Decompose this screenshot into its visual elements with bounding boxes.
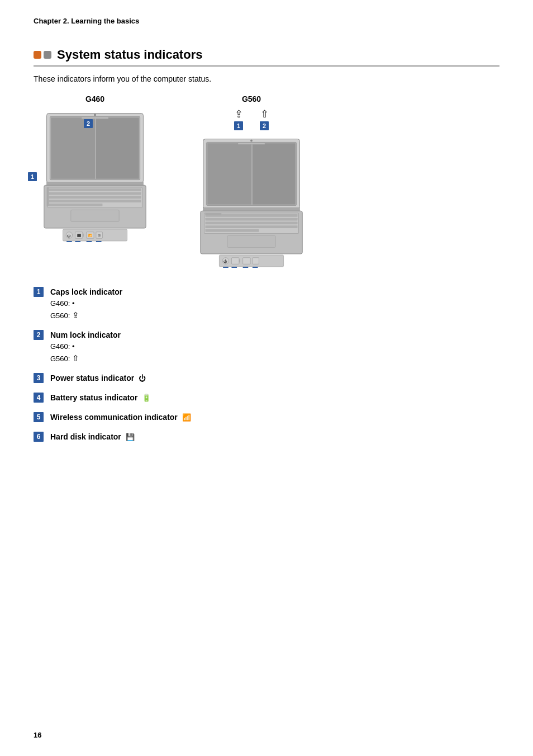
power-title: Power status indicator <box>50 374 134 382</box>
g560-badge-1: 1 <box>234 121 243 130</box>
indicator-item-4: 4 Battery status indicator 🔋 <box>34 392 499 404</box>
indicator-item-1: 1 Caps lock indicator G460: • G560: ⇪ <box>34 286 499 322</box>
section-title: System status indicators <box>57 48 202 62</box>
badge-num-lock: 2 <box>34 330 44 340</box>
badge-caps-lock: 1 <box>34 287 44 297</box>
svg-point-39 <box>250 140 253 142</box>
svg-rect-56 <box>253 258 259 264</box>
model-g460-label: G460 <box>85 94 104 103</box>
caps-lock-g560: G560: ⇪ <box>50 309 122 322</box>
svg-rect-54 <box>239 259 240 263</box>
svg-text:⊞: ⊞ <box>98 234 101 237</box>
badge-2-g460: 2 <box>84 119 93 128</box>
svg-rect-4 <box>47 182 144 185</box>
badge-1-g460: 1 <box>28 172 37 181</box>
hdd-content: Hard disk indicator 💾 <box>50 431 135 443</box>
indicator-item-3: 3 Power status indicator ⏻ <box>34 372 499 384</box>
page-number: 16 <box>34 731 41 739</box>
num-lock-g560: G560: ⇧ <box>50 352 121 365</box>
badge-wireless: 5 <box>34 412 44 422</box>
svg-rect-49 <box>205 213 221 215</box>
g560-num-icon: ⇧ <box>260 108 269 120</box>
svg-text:⏻: ⏻ <box>223 259 227 263</box>
hdd-icon: 💾 <box>126 432 135 443</box>
model-g560-label: G560 <box>242 94 261 103</box>
svg-rect-48 <box>205 229 259 232</box>
wireless-content: Wireless communication indicator 📶 <box>50 412 191 423</box>
models-row: G460 1 2 <box>34 94 499 270</box>
section-title-row: System status indicators <box>34 48 499 67</box>
laptop-g460-container: 1 2 <box>34 108 156 244</box>
g560-top-badges: ⇪ 1 ⇧ 2 <box>234 108 269 130</box>
num-lock-title: Num lock indicator <box>50 329 121 341</box>
svg-text:⏻: ⏻ <box>67 234 71 238</box>
svg-rect-14 <box>49 204 102 206</box>
svg-rect-15 <box>47 187 49 206</box>
power-content: Power status indicator ⏻ <box>50 372 146 384</box>
svg-rect-47 <box>205 225 297 228</box>
g560-num-badge-item: ⇧ 2 <box>260 108 269 130</box>
model-g560: G560 ⇪ 1 ⇧ 2 <box>190 94 313 270</box>
svg-rect-45 <box>205 218 297 221</box>
laptop-g460-svg: ⏻ ⬛ 📶 ⊞ 3 4 5 6 <box>34 108 156 242</box>
svg-text:⬛: ⬛ <box>77 233 82 238</box>
svg-rect-13 <box>49 200 141 202</box>
dot-gray <box>44 51 51 59</box>
battery-title: Battery status indicator <box>50 393 137 402</box>
caps-lock-content: Caps lock indicator G460: • G560: ⇪ <box>50 286 122 322</box>
g560-caps-badge-item: ⇪ 1 <box>234 108 243 130</box>
svg-rect-11 <box>49 192 141 195</box>
wireless-title: Wireless communication indicator <box>50 413 178 422</box>
svg-rect-46 <box>205 221 297 224</box>
g560-badge-2: 2 <box>260 121 269 130</box>
battery-content: Battery status indicator 🔋 <box>50 392 151 404</box>
svg-rect-37 <box>253 143 296 204</box>
section-description: These indicators inform you of the compu… <box>34 74 499 83</box>
badge-power: 3 <box>34 373 44 383</box>
svg-rect-36 <box>207 143 251 204</box>
caps-lock-g460: G460: • <box>50 298 122 309</box>
svg-point-5 <box>94 114 96 116</box>
svg-rect-8 <box>71 210 119 221</box>
laptop-g560-container: ⏻ 3 4 5 6 <box>190 134 313 270</box>
hdd-title: Hard disk indicator <box>50 432 121 441</box>
svg-rect-55 <box>243 258 250 264</box>
svg-rect-38 <box>203 207 300 211</box>
svg-rect-10 <box>49 188 141 191</box>
caps-lock-title: Caps lock indicator <box>50 286 122 298</box>
indicator-dots <box>34 51 51 59</box>
indicator-item-6: 6 Hard disk indicator 💾 <box>34 431 499 443</box>
chapter-heading: Chapter 2. Learning the basics <box>34 17 499 25</box>
svg-rect-12 <box>49 196 141 199</box>
power-icon: ⏻ <box>139 373 146 384</box>
wireless-icon: 📶 <box>182 412 191 423</box>
model-g460: G460 1 2 <box>34 94 156 270</box>
badge-battery: 4 <box>34 393 44 403</box>
battery-icon: 🔋 <box>142 393 151 404</box>
svg-rect-42 <box>227 235 275 247</box>
svg-rect-53 <box>231 258 239 264</box>
g560-caps-icon: ⇪ <box>235 108 243 120</box>
svg-rect-6 <box>82 117 108 119</box>
num-lock-content: Num lock indicator G460: • G560: ⇧ <box>50 329 121 365</box>
svg-text:📶: 📶 <box>88 233 93 238</box>
badge-hdd: 6 <box>34 432 44 442</box>
indicator-item-5: 5 Wireless communication indicator 📶 <box>34 412 499 423</box>
svg-rect-40 <box>238 143 265 144</box>
num-lock-g460: G460: • <box>50 341 121 352</box>
laptop-g560-svg: ⏻ 3 4 5 6 <box>190 134 313 268</box>
dot-orange <box>34 51 41 59</box>
svg-rect-20 <box>83 234 84 237</box>
svg-rect-3 <box>96 117 139 178</box>
indicator-list: 1 Caps lock indicator G460: • G560: ⇪ 2 … <box>34 286 499 443</box>
indicator-item-2: 2 Num lock indicator G460: • G560: ⇧ <box>34 329 499 365</box>
